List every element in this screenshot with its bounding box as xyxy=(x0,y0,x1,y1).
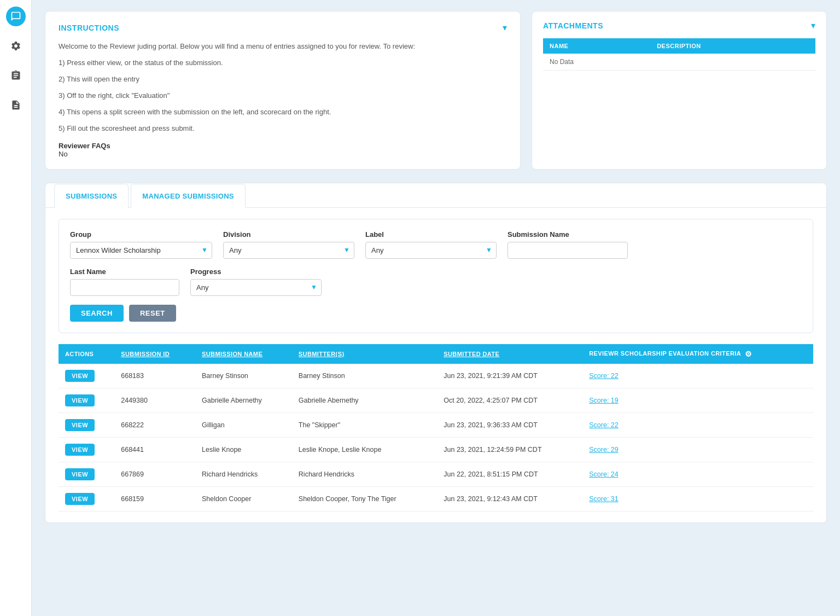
view-button[interactable]: VIEW xyxy=(65,394,95,406)
filter-group-label: Label Any ▼ xyxy=(365,230,497,259)
cell-submission-id: 668183 xyxy=(114,364,195,388)
group-select[interactable]: Lennox Wilder Scholarship xyxy=(70,242,212,259)
cell-submitted-date: Jun 23, 2021, 9:36:33 AM CDT xyxy=(437,412,582,437)
filter-group-division: Division Any ▼ xyxy=(223,230,354,259)
col-submitters[interactable]: SUBMITTER(S) xyxy=(292,344,437,364)
cell-submitters: Gabrielle Abernethy xyxy=(292,388,437,412)
tab-submissions[interactable]: SUBMISSIONS xyxy=(54,184,129,208)
filter-buttons: SEARCH RESET xyxy=(70,305,802,322)
table-row: VIEW 2449380 Gabrielle Abernethy Gabriel… xyxy=(59,388,813,412)
tabs: SUBMISSIONS MANAGED SUBMISSIONS xyxy=(45,183,826,207)
division-select[interactable]: Any xyxy=(223,242,354,259)
progress-select[interactable]: Any xyxy=(190,279,322,296)
score-link[interactable]: Score: 19 xyxy=(589,397,619,404)
filter-group-last-name: Last Name xyxy=(70,268,179,296)
sidebar-document-icon[interactable] xyxy=(6,95,26,115)
view-button[interactable]: VIEW xyxy=(65,419,95,431)
data-table: ACTIONS SUBMISSION ID SUBMISSION NAME SU… xyxy=(59,344,813,512)
cell-submitters: Sheldon Cooper, Tony The Tiger xyxy=(292,486,437,511)
tab-content: Group Lennox Wilder Scholarship ▼ Divisi… xyxy=(45,207,826,522)
table-row: VIEW 668441 Leslie Knope Leslie Knope, L… xyxy=(59,437,813,462)
cell-submission-id: 668222 xyxy=(114,412,195,437)
group-label: Group xyxy=(70,230,212,239)
reviewer-faqs: Reviewer FAQs No xyxy=(59,142,507,158)
cell-submission-id: 2449380 xyxy=(114,388,195,412)
table-row: VIEW 668222 Gilligan The "Skipper" Jun 2… xyxy=(59,412,813,437)
criteria-gear-icon[interactable]: ⚙ xyxy=(745,350,752,358)
col-submitted-date[interactable]: SUBMITTED DATE xyxy=(437,344,582,364)
table-header-row: ACTIONS SUBMISSION ID SUBMISSION NAME SU… xyxy=(59,344,813,364)
instructions-line-6: 5) Fill out the scoresheet and press sub… xyxy=(59,123,507,135)
faqs-label: Reviewer FAQs xyxy=(59,142,110,150)
view-button[interactable]: VIEW xyxy=(65,468,95,480)
group-select-wrapper: Lennox Wilder Scholarship ▼ xyxy=(70,242,212,259)
last-name-input[interactable] xyxy=(70,279,179,296)
cell-submission-id: 667869 xyxy=(114,462,195,486)
view-button[interactable]: VIEW xyxy=(65,493,95,505)
cell-submitters: Richard Hendricks xyxy=(292,462,437,486)
score-link[interactable]: Score: 22 xyxy=(589,421,619,429)
last-name-label: Last Name xyxy=(70,268,179,276)
instructions-line-5: 4) This opens a split screen with the su… xyxy=(59,106,507,118)
cell-submitters: The "Skipper" xyxy=(292,412,437,437)
cell-submission-name: Richard Hendricks xyxy=(195,462,292,486)
submission-name-input[interactable] xyxy=(508,242,628,259)
cell-submission-name: Barney Stinson xyxy=(195,364,292,388)
label-select-wrapper: Any ▼ xyxy=(365,242,497,259)
table-row: VIEW 667869 Richard Hendricks Richard He… xyxy=(59,462,813,486)
col-actions: ACTIONS xyxy=(59,344,114,364)
instructions-line-3: 2) This will open the entry xyxy=(59,73,507,85)
instructions-collapse-icon[interactable]: ▾ xyxy=(503,22,507,33)
instructions-header: INSTRUCTIONS ▾ xyxy=(59,22,507,33)
col-submission-name[interactable]: SUBMISSION NAME xyxy=(195,344,292,364)
cell-submitted-date: Jun 23, 2021, 12:24:59 PM CDT xyxy=(437,437,582,462)
cell-submitted-date: Jun 22, 2021, 8:51:15 PM CDT xyxy=(437,462,582,486)
division-select-wrapper: Any ▼ xyxy=(223,242,354,259)
instructions-line-4: 3) Off to the right, click "Evaluation" xyxy=(59,90,507,102)
main-content: INSTRUCTIONS ▾ Welcome to the Reviewr ju… xyxy=(32,0,840,616)
cell-submitters: Barney Stinson xyxy=(292,364,437,388)
filter-form: Group Lennox Wilder Scholarship ▼ Divisi… xyxy=(59,219,813,333)
submissions-section: SUBMISSIONS MANAGED SUBMISSIONS Group Le… xyxy=(45,183,827,523)
view-button[interactable]: VIEW xyxy=(65,370,95,382)
reset-button[interactable]: RESET xyxy=(129,305,176,322)
score-link[interactable]: Score: 24 xyxy=(589,470,619,478)
faqs-value: No xyxy=(59,150,68,158)
filter-group-submission-name: Submission Name xyxy=(508,230,628,259)
label-label: Label xyxy=(365,230,497,239)
attachments-panel: ATTACHMENTS ▾ NAME DESCRIPTION No Data xyxy=(532,11,827,170)
instructions-panel: INSTRUCTIONS ▾ Welcome to the Reviewr ju… xyxy=(45,11,521,170)
score-link[interactable]: Score: 22 xyxy=(589,372,619,380)
filter-group-group: Group Lennox Wilder Scholarship ▼ xyxy=(70,230,212,259)
table-row: VIEW 668183 Barney Stinson Barney Stinso… xyxy=(59,364,813,388)
attachments-header: ATTACHMENTS ▾ xyxy=(543,20,815,31)
cell-submitted-date: Jun 23, 2021, 9:21:39 AM CDT xyxy=(437,364,582,388)
attachments-table: NAME DESCRIPTION No Data xyxy=(543,38,815,71)
filter-row-1: Group Lennox Wilder Scholarship ▼ Divisi… xyxy=(70,230,802,259)
instructions-body: Welcome to the Reviewr juding portal. Be… xyxy=(59,40,507,135)
cell-submission-name: Gabrielle Abernethy xyxy=(195,388,292,412)
sidebar-clipboard-icon[interactable] xyxy=(6,66,26,85)
score-link[interactable]: Score: 29 xyxy=(589,446,619,454)
cell-submission-id: 668441 xyxy=(114,437,195,462)
progress-select-wrapper: Any ▼ xyxy=(190,279,322,296)
cell-submission-name: Gilligan xyxy=(195,412,292,437)
attachments-collapse-icon[interactable]: ▾ xyxy=(811,20,815,31)
instructions-line-1: Welcome to the Reviewr juding portal. Be… xyxy=(59,40,507,53)
sidebar-gear-icon[interactable] xyxy=(6,36,26,56)
attachments-no-data-row: No Data xyxy=(543,54,815,71)
filter-row-2: Last Name Progress Any ▼ xyxy=(70,268,802,296)
col-submission-id[interactable]: SUBMISSION ID xyxy=(114,344,195,364)
cell-submission-id: 668159 xyxy=(114,486,195,511)
search-button[interactable]: SEARCH xyxy=(70,305,124,322)
tab-managed-submissions[interactable]: MANAGED SUBMISSIONS xyxy=(131,184,246,208)
view-button[interactable]: VIEW xyxy=(65,444,95,456)
filter-group-progress: Progress Any ▼ xyxy=(190,268,322,296)
sidebar-chat-icon[interactable] xyxy=(6,7,26,26)
attachments-col-description: DESCRIPTION xyxy=(650,38,815,54)
score-link[interactable]: Score: 31 xyxy=(589,495,619,503)
cell-submitted-date: Oct 20, 2022, 4:25:07 PM CDT xyxy=(437,388,582,412)
label-select[interactable]: Any xyxy=(365,242,497,259)
attachments-no-data: No Data xyxy=(543,54,650,71)
submission-name-label: Submission Name xyxy=(508,230,628,239)
